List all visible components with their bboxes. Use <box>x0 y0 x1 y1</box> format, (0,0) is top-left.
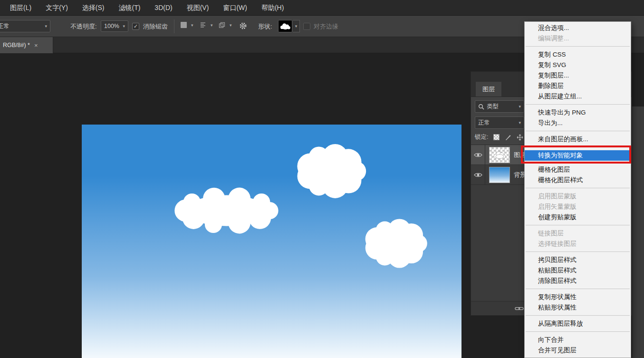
context-menu-item[interactable]: 粘贴图层样式 <box>525 265 631 276</box>
search-icon <box>478 104 484 110</box>
document-tab-title: RGB/8#) * <box>3 42 30 48</box>
shape-label: 形状: <box>258 16 272 37</box>
menubar-item[interactable]: 3D(D) <box>147 0 179 16</box>
context-menu-item[interactable]: 从隔离图层释放 <box>525 319 631 329</box>
gear-icon <box>239 22 247 30</box>
chevron-down-icon: ▾ <box>120 24 125 29</box>
menu-separator <box>525 185 631 191</box>
context-menu-item[interactable]: 转换为智能对象 <box>525 150 631 161</box>
cloud-shape <box>365 219 427 268</box>
chevron-down-icon: ▾ <box>516 104 521 109</box>
menubar-item[interactable]: 滤镜(T) <box>111 0 147 16</box>
align-edges-label: 对齐边缘 <box>314 16 338 37</box>
lock-transparency-icon[interactable] <box>493 134 500 140</box>
layer-blend-mode-value: 正常 <box>478 119 490 127</box>
context-menu-item[interactable]: 快速导出为 PNG <box>525 107 631 118</box>
clouds-svg <box>82 125 461 358</box>
context-menu-item[interactable]: 复制 CSS <box>525 49 631 60</box>
context-menu-item[interactable]: 清除图层样式 <box>525 276 631 286</box>
menu-separator <box>525 249 631 255</box>
path-arrangement-button[interactable]: ▾ <box>219 22 232 29</box>
context-menu-item[interactable]: 从图层建立组... <box>525 91 631 102</box>
tab-layers[interactable]: 图层 <box>476 82 501 97</box>
cloud-shape <box>174 188 278 234</box>
context-menu-item: 启用矢量蒙版 <box>525 202 631 212</box>
context-menu-item[interactable]: 混合选项... <box>525 23 631 33</box>
menu-separator <box>525 44 631 49</box>
context-menu-item[interactable]: 复制 SVG <box>525 60 631 70</box>
square-icon <box>181 22 187 28</box>
opacity-label: 不透明度: <box>70 16 97 37</box>
context-menu-item[interactable]: 粘贴形状属性 <box>525 302 631 313</box>
chevron-down-icon: ▾ <box>516 120 521 125</box>
gear-settings-button[interactable] <box>239 22 247 30</box>
context-menu-item[interactable]: 拼合图像 <box>525 356 631 358</box>
layer-thumbnail[interactable] <box>489 147 510 163</box>
chevron-down-icon: ▾ <box>208 23 213 28</box>
context-menu-item: 链接图层 <box>525 228 631 239</box>
layer-thumbnail[interactable] <box>489 167 510 183</box>
opacity-input[interactable]: 100% ▾ <box>101 20 128 32</box>
menu-separator <box>525 128 631 134</box>
layer-context-menu: 混合选项...编辑调整...复制 CSS复制 SVG复制图层...删除图层从图层… <box>524 21 631 358</box>
menubar-item[interactable]: 文字(Y) <box>38 0 75 16</box>
context-menu-item[interactable]: 删除图层 <box>525 81 631 91</box>
photoshop-app: 图层(L)文字(Y)选择(S)滤镜(T)3D(D)视图(V)窗口(W)帮助(H)… <box>0 0 644 358</box>
eye-icon <box>474 172 482 178</box>
panel-dock-edge <box>632 106 644 358</box>
context-menu-item[interactable]: 复制图层... <box>525 70 631 81</box>
document-tab[interactable]: RGB/8#) * × <box>0 37 53 53</box>
menu-separator <box>525 313 631 319</box>
tool-blend-mode-select[interactable]: 正常 ▾ <box>0 20 50 32</box>
lock-pixels-brush-icon[interactable] <box>505 134 511 141</box>
context-menu-item[interactable]: 向下合并 <box>525 335 631 345</box>
menu-separator <box>525 329 631 335</box>
context-menu-item[interactable]: 来自图层的画板... <box>525 134 631 145</box>
lock-position-move-icon[interactable] <box>517 134 523 141</box>
tool-blend-mode-value: 正常 <box>0 22 10 30</box>
path-alignment-button[interactable]: ▾ <box>200 22 213 29</box>
menubar-item[interactable]: 帮助(H) <box>254 0 291 16</box>
stacked-layers-icon <box>219 22 225 29</box>
menu-bar: 图层(L)文字(Y)选择(S)滤镜(T)3D(D)视图(V)窗口(W)帮助(H) <box>0 0 644 16</box>
document-canvas[interactable] <box>82 125 461 358</box>
visibility-toggle[interactable] <box>471 145 485 164</box>
cloud-shape-icon <box>492 150 507 159</box>
link-layers-icon[interactable] <box>515 306 524 311</box>
shape-preset-thumbnail[interactable] <box>278 20 292 32</box>
context-menu-item[interactable]: 拷贝图层样式 <box>525 255 631 265</box>
layer-blend-mode-select[interactable]: 正常 ▾ <box>475 116 524 129</box>
layer-filter-type-select[interactable]: 类型 ▾ <box>475 100 524 113</box>
menu-separator <box>525 145 631 150</box>
context-menu-item[interactable]: 创建剪贴蒙版 <box>525 212 631 223</box>
context-menu-item: 编辑调整... <box>525 33 631 44</box>
menubar-item[interactable]: 图层(L) <box>3 0 38 16</box>
chevron-down-icon: ▾ <box>188 23 193 28</box>
antialias-label: 消除锯齿 <box>143 16 168 37</box>
menu-separator <box>525 286 631 292</box>
eye-icon <box>474 152 482 158</box>
menubar-item[interactable]: 窗口(W) <box>216 0 254 16</box>
context-menu-item[interactable]: 栅格化图层样式 <box>525 175 631 185</box>
menubar-item[interactable]: 视图(V) <box>180 0 216 16</box>
path-operations-button[interactable]: ▾ <box>181 22 193 28</box>
menu-separator <box>525 102 631 107</box>
menubar-item[interactable]: 选择(S) <box>75 0 112 16</box>
align-edges-checkbox[interactable] <box>303 23 310 30</box>
context-menu-item[interactable]: 导出为... <box>525 118 631 128</box>
context-menu-item: 选择链接图层 <box>525 239 631 249</box>
layer-filter-type-value: 类型 <box>487 103 499 111</box>
visibility-toggle[interactable] <box>471 165 485 184</box>
divider <box>174 19 174 33</box>
shape-preset-dropdown[interactable]: ▾ <box>293 20 300 32</box>
context-menu-item: 启用图层蒙版 <box>525 191 631 202</box>
context-menu-item[interactable]: 复制形状属性 <box>525 292 631 302</box>
antialias-checkbox[interactable]: ✓ <box>132 23 139 30</box>
opacity-value: 100% <box>104 23 119 29</box>
close-tab-icon[interactable]: × <box>34 42 38 49</box>
context-menu-item[interactable]: 栅格化图层 <box>525 164 631 175</box>
context-menu-item[interactable]: 合并可见图层 <box>525 345 631 356</box>
menu-separator <box>525 223 631 228</box>
cloud-shape-icon <box>279 22 291 30</box>
cloud-shape <box>297 144 366 198</box>
